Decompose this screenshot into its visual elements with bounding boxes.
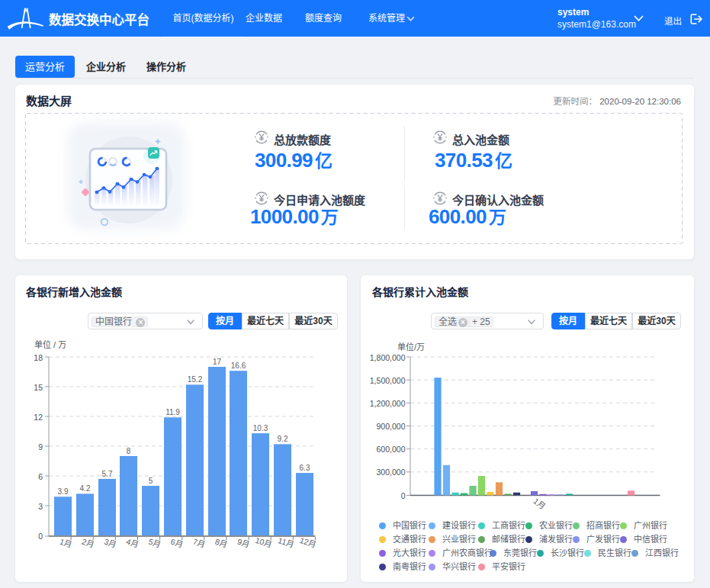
svg-text:1,500,000: 1,500,000 (370, 376, 406, 385)
svg-text:6.3: 6.3 (300, 464, 310, 472)
svg-text:5.7: 5.7 (102, 470, 113, 478)
svg-text:12: 12 (34, 413, 43, 422)
svg-text:16.6: 16.6 (231, 361, 246, 370)
svg-text:300,000: 300,000 (377, 468, 406, 477)
svg-text:0: 0 (38, 532, 43, 541)
svg-text:5: 5 (149, 477, 153, 485)
svg-text:1月: 1月 (532, 496, 547, 512)
svg-text:17: 17 (213, 358, 222, 366)
svg-text:900,000: 900,000 (377, 422, 406, 431)
svg-text:10.3: 10.3 (253, 424, 268, 432)
svg-text:1,800,000: 1,800,000 (370, 353, 406, 362)
svg-text:15.2: 15.2 (188, 375, 203, 384)
svg-text:10月: 10月 (254, 535, 273, 549)
svg-text:3: 3 (38, 502, 43, 511)
svg-text:11.9: 11.9 (165, 408, 180, 416)
svg-text:1,200,000: 1,200,000 (370, 399, 406, 408)
svg-text:4.2: 4.2 (80, 484, 91, 493)
svg-text:600,000: 600,000 (377, 445, 406, 454)
svg-text:0: 0 (401, 491, 406, 500)
svg-text:9.2: 9.2 (278, 435, 288, 443)
svg-text:6: 6 (38, 472, 43, 481)
svg-text:11月: 11月 (277, 535, 295, 549)
svg-text:18: 18 (34, 353, 43, 362)
svg-text:12月: 12月 (299, 535, 318, 549)
svg-text:3.9: 3.9 (58, 487, 69, 496)
svg-text:15: 15 (34, 383, 43, 392)
svg-text:9: 9 (38, 442, 43, 451)
svg-text:8: 8 (127, 447, 131, 455)
